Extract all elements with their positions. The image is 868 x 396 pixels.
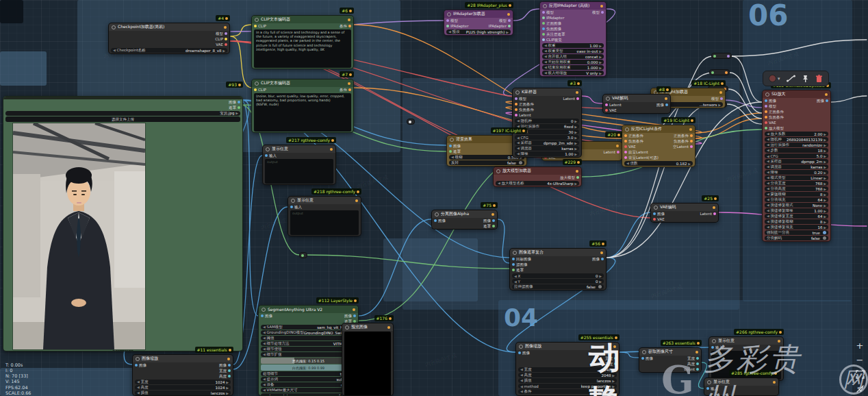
input-slot[interactable]: 图像 — [641, 356, 653, 361]
output-slot[interactable]: 空Latent — [673, 145, 693, 149]
text-area[interactable] — [344, 332, 391, 396]
widget-降噪[interactable]: ◀ 降噪1.00 ▶ — [515, 151, 579, 156]
input-slot-dot[interactable] — [135, 364, 138, 367]
input-slot-dot[interactable] — [512, 258, 515, 260]
collapse-dot-icon[interactable] — [447, 12, 451, 16]
widget-分块宽度[interactable]: ◀ 分块宽度768 ▶ — [765, 181, 828, 186]
node-header[interactable]: 获取图像尺寸 — [639, 348, 701, 356]
input-slot-dot[interactable] — [449, 145, 452, 147]
node-show217[interactable]: 显示任意输入output — [262, 145, 336, 185]
widget-结束应用权重[interactable]: ◀ 结束应用权重1.000 ▶ — [542, 65, 604, 70]
widget-接缝修复模糊[interactable]: ◀ 接缝修复模糊8 ▶ — [765, 219, 828, 224]
collapse-dot-icon[interactable] — [266, 147, 270, 151]
node-clip7[interactable]: CLIP文本编码器CLIP条件(noise, blur, worst quali… — [251, 79, 354, 133]
widget-插值[interactable]: ◀ 插值lanczos ▶ — [518, 378, 617, 383]
collapse-dot-icon[interactable] — [654, 206, 658, 210]
node-header[interactable]: VAE编码 — [651, 203, 718, 211]
node-header[interactable]: SD放大 — [763, 90, 830, 98]
output-slot-dot[interactable] — [614, 362, 617, 365]
output-slot[interactable]: 图像 — [592, 257, 604, 262]
input-slot-dot[interactable] — [290, 206, 293, 208]
collapse-dot-icon[interactable] — [261, 308, 266, 312]
widget-随机种[interactable]: ◀ 随机种268920848132139 ▶ — [765, 137, 828, 142]
collapse-dot-icon[interactable] — [642, 350, 646, 354]
node-header[interactable]: 分离图像Alpha — [432, 210, 497, 218]
fit-view-button[interactable] — [855, 369, 865, 379]
reroute-node[interactable] — [709, 69, 730, 75]
collapse-dot-icon[interactable] — [112, 25, 116, 29]
toggle-分块解码[interactable]: 分块解码false — [765, 236, 828, 240]
input-slot-dot[interactable] — [765, 121, 767, 124]
output-slot[interactable]: 高度 — [605, 362, 617, 367]
input-slot[interactable]: 图像 — [135, 363, 146, 368]
widget-接缝修复宽度[interactable]: ◀ 接缝修复宽度64 ▶ — [765, 214, 828, 219]
text-area[interactable]: output — [265, 159, 333, 184]
reroute-node[interactable] — [711, 53, 732, 59]
collapse-dot-icon[interactable] — [606, 97, 610, 101]
widget-模式类型[interactable]: ◀ 模式类型Linear ▶ — [765, 175, 828, 180]
widget-分块高度[interactable]: ◀ 分块高度768 ▶ — [765, 186, 828, 191]
widget-权重[interactable]: ◀ 权重1.00 ▶ — [542, 43, 604, 48]
input-slot[interactable]: IPAdapter — [446, 24, 468, 28]
node-header[interactable]: VAE解码 — [603, 95, 670, 102]
input-slot-dot[interactable] — [765, 99, 767, 102]
input-slot-dot[interactable] — [515, 114, 518, 116]
node-comp56[interactable]: 图像遮罩复合目标图像图像源图像遮罩◀ X0 ▶◀ Y0 ▶拉伸源图像false — [509, 248, 607, 290]
node-header[interactable]: CLIP文本编码器 — [252, 79, 353, 87]
output-slot-dot[interactable] — [492, 219, 495, 222]
input-slot[interactable]: 遮罩 — [449, 149, 461, 154]
widget-宽度[interactable]: ◀ 宽度1024 ▶ — [135, 380, 231, 384]
input-slot[interactable]: 负面条件 — [515, 108, 534, 112]
widget-高度[interactable]: ◀ 高度2048 ▶ — [518, 373, 617, 378]
input-slot-dot[interactable] — [409, 121, 411, 123]
widget-插值[interactable]: ◀ 插值lanczos ▶ — [135, 391, 231, 395]
input-slot[interactable]: 关注层遮罩 — [542, 32, 565, 37]
output-slot[interactable]: 遮罩 — [229, 106, 240, 110]
output-slot[interactable]: count — [684, 367, 699, 371]
node-header[interactable]: 图像缩放 — [133, 355, 233, 362]
input-slot[interactable]: CLIP视觉 — [542, 38, 562, 42]
collapse-dot-icon[interactable] — [450, 138, 454, 142]
input-slot[interactable]: 前景Latent — [624, 150, 648, 155]
input-slot[interactable]: 模型 — [446, 18, 458, 23]
input-slot[interactable]: VAE — [653, 217, 665, 221]
widget-调度器[interactable]: ◀ 调度器karras ▶ — [515, 146, 579, 151]
output-slot[interactable]: 高度 — [687, 362, 699, 367]
node-show285[interactable]: 显示任意输入 — [704, 378, 779, 396]
node-show218[interactable]: 显示任意输入output — [288, 196, 361, 236]
input-slot[interactable]: 目标图像 — [512, 257, 531, 262]
input-slot[interactable]: 放大模型 — [765, 126, 784, 131]
input-slot[interactable]: 负面图像 — [542, 27, 561, 32]
input-slot[interactable]: 模型 — [765, 104, 776, 109]
zoom-in-button[interactable]: + — [855, 341, 865, 350]
input-slot-dot[interactable] — [605, 109, 608, 112]
output-slot[interactable]: 模型 — [216, 32, 227, 36]
node-header[interactable]: 应用ICLight条件 — [622, 125, 695, 133]
widget-接缝修复模式[interactable]: ◀ 接缝修复模式None ▶ — [765, 203, 828, 208]
input-slot-dot[interactable] — [624, 145, 627, 148]
input-slot[interactable]: 图像 — [434, 219, 446, 223]
collapse-dot-icon[interactable] — [136, 357, 140, 361]
widget-高度[interactable]: ◀ 高度1024 ▶ — [135, 385, 231, 390]
output-slot[interactable]: 模型 — [499, 18, 511, 23]
output-slot[interactable]: 宽度 — [605, 356, 617, 361]
output-slot[interactable]: 模型 — [592, 10, 604, 15]
widget-CFG[interactable]: ◀ CFG3.0 ▶ — [515, 135, 579, 140]
input-slot[interactable]: 正面条件 — [624, 134, 643, 138]
toggle-knob-icon[interactable] — [823, 236, 826, 240]
input-slot-dot[interactable] — [542, 38, 545, 41]
output-slot-dot[interactable] — [614, 357, 617, 360]
output-slot-dot[interactable] — [492, 225, 495, 227]
node-header[interactable]: K采样器 — [513, 88, 581, 96]
input-slot-dot[interactable] — [713, 55, 716, 58]
input-slot[interactable]: 模型 — [515, 97, 526, 101]
widget-method[interactable]: ◀ methodkeep proportion ▶ — [518, 384, 617, 388]
input-slot[interactable]: 图像 — [261, 314, 272, 319]
text-area[interactable]: In a city full of science and technology… — [254, 29, 351, 68]
node-header[interactable]: 放大模型加载器 — [494, 167, 581, 175]
output-slot-dot[interactable] — [353, 314, 356, 317]
node-split75[interactable]: 分离图像Alpha图像图像遮罩 — [431, 210, 498, 230]
input-slot-dot[interactable] — [512, 269, 515, 271]
output-slot-dot[interactable] — [690, 145, 693, 148]
input-slot[interactable]: 负面条件 — [765, 115, 784, 120]
